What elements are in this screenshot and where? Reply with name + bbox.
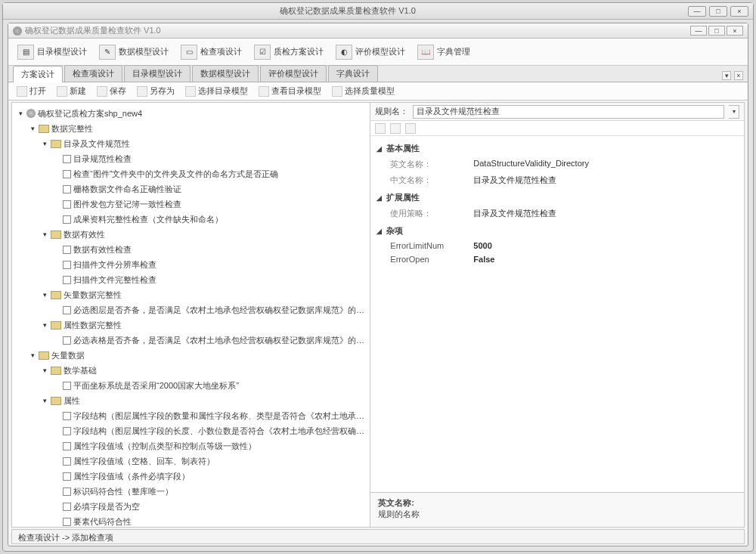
tree-toggle-icon[interactable] bbox=[53, 503, 60, 510]
prop-group-header[interactable]: ◢基本属性 bbox=[376, 141, 738, 156]
tree-row[interactable]: 字段结构（图层属性字段的长度、小数位数是否符合《农村土地承包经营权确… bbox=[53, 423, 368, 438]
tree-toggle-icon[interactable] bbox=[53, 336, 60, 344]
tree-toggle-icon[interactable] bbox=[53, 246, 60, 253]
outer-max-button[interactable]: □ bbox=[709, 6, 727, 17]
tree-toggle-icon[interactable]: ▾ bbox=[41, 291, 48, 299]
tree-row[interactable]: ▾数据完整性 bbox=[29, 121, 368, 136]
tree-row[interactable]: 扫描件文件分辨率检查 bbox=[53, 257, 368, 272]
tree-checkbox[interactable] bbox=[63, 246, 71, 254]
tree-checkbox[interactable] bbox=[63, 442, 71, 450]
tree-toggle-icon[interactable]: ▾ bbox=[41, 397, 48, 404]
tree-toggle-icon[interactable]: ▾ bbox=[41, 140, 48, 147]
tree-checkbox[interactable] bbox=[63, 427, 71, 435]
tree-checkbox[interactable] bbox=[63, 412, 71, 420]
toolbar-dict-mgmt[interactable]: 📖字典管理 bbox=[414, 43, 473, 61]
tab-dir-model[interactable]: 目录模型设计 bbox=[124, 65, 191, 82]
tab-eval-model[interactable]: 评价模型设计 bbox=[260, 65, 327, 82]
tree-checkbox[interactable] bbox=[63, 276, 71, 284]
toolbar-dir-model[interactable]: ▤目录模型设计 bbox=[14, 43, 90, 61]
inner-min-button[interactable]: — bbox=[690, 26, 707, 36]
tree-row[interactable]: 属性字段值域（空格、回车、制表符） bbox=[53, 453, 368, 469]
sub-new[interactable]: 新建 bbox=[53, 84, 90, 98]
toolbar-eval-model[interactable]: ◐评价模型设计 bbox=[333, 43, 408, 61]
tree-pane[interactable]: ▾确权登记质检方案shp_new4▾数据完整性▾目录及文件规范性目录规范性检查检… bbox=[12, 103, 370, 527]
tree-toggle-icon[interactable]: ▾ bbox=[17, 110, 24, 117]
tree-checkbox[interactable] bbox=[63, 487, 71, 496]
tree-toggle-icon[interactable] bbox=[53, 306, 60, 314]
sub-select-dir-model[interactable]: 选择目录模型 bbox=[181, 84, 252, 98]
tree-toggle-icon[interactable] bbox=[53, 457, 60, 465]
sub-select-quality-model[interactable]: 选择质量模型 bbox=[328, 84, 398, 98]
prop-sort-icon[interactable] bbox=[390, 123, 401, 134]
tree-row[interactable]: ▾属性 bbox=[41, 393, 368, 408]
tree-row[interactable]: 属性字段值域（条件必填字段） bbox=[53, 469, 368, 484]
tree-checkbox[interactable] bbox=[63, 336, 71, 345]
tree-row[interactable]: 成果资料完整性检查（文件缺失和命名） bbox=[53, 212, 368, 227]
tree-toggle-icon[interactable] bbox=[53, 276, 60, 283]
tree-toggle-icon[interactable]: ▾ bbox=[41, 231, 48, 238]
rule-name-dropdown-icon[interactable]: ▾ bbox=[729, 105, 739, 119]
tree-row[interactable]: 检查“图件”文件夹中的文件夹及文件的命名方式是否正确 bbox=[53, 166, 368, 181]
prop-group-header[interactable]: ◢扩展属性 bbox=[376, 190, 738, 206]
tree-row[interactable]: ▾矢量数据完整性 bbox=[41, 287, 368, 302]
rule-name-input[interactable] bbox=[413, 105, 724, 119]
tree-row[interactable]: ▾属性数据完整性 bbox=[41, 317, 368, 333]
tree-row[interactable]: 平面坐标系统是否采用“2000国家大地坐标系” bbox=[53, 378, 368, 393]
tree-toggle-icon[interactable] bbox=[53, 382, 60, 389]
tab-close-icon[interactable]: × bbox=[734, 71, 743, 80]
tree-checkbox[interactable] bbox=[63, 170, 71, 178]
tab-plan-design[interactable]: 方案设计 bbox=[13, 66, 63, 82]
outer-titlebar[interactable]: 确权登记数据成果质量检查软件 V1.0 — □ × bbox=[3, 3, 753, 20]
tree-toggle-icon[interactable] bbox=[53, 170, 60, 178]
tree-row[interactable]: 要素代码符合性 bbox=[53, 514, 368, 527]
prop-pages-icon[interactable] bbox=[405, 123, 416, 134]
tree-row[interactable]: 标识码符合性（整库唯一） bbox=[53, 484, 368, 499]
tab-data-model[interactable]: 数据模型设计 bbox=[192, 65, 259, 82]
tree-checkbox[interactable] bbox=[63, 382, 71, 390]
tab-check-item[interactable]: 检查项设计 bbox=[64, 65, 122, 82]
tree-row[interactable]: 图件发包方登记簿一致性检查 bbox=[53, 197, 368, 212]
prop-row[interactable]: ErrorOpenFalse bbox=[376, 252, 738, 266]
tree-toggle-icon[interactable]: ▾ bbox=[29, 125, 36, 132]
tree-toggle-icon[interactable]: ▾ bbox=[41, 321, 48, 329]
prop-row[interactable]: 英文名称：DataStructureValidity_Directory bbox=[376, 156, 738, 172]
tree-checkbox[interactable] bbox=[63, 185, 71, 193]
tree-row[interactable]: 数据有效性检查 bbox=[53, 242, 368, 257]
tree-checkbox[interactable] bbox=[63, 503, 71, 511]
tree-row[interactable]: 目录规范性检查 bbox=[53, 151, 368, 166]
tree-row[interactable]: ▾矢量数据 bbox=[29, 348, 368, 363]
tab-dict-design[interactable]: 字典设计 bbox=[328, 65, 378, 82]
tree-row[interactable]: 字段结构（图层属性字段的数量和属性字段名称、类型是否符合《农村土地承… bbox=[53, 408, 368, 423]
tree-checkbox[interactable] bbox=[63, 261, 71, 269]
sub-save-as[interactable]: 另存为 bbox=[133, 84, 178, 98]
sub-open[interactable]: 打开 bbox=[13, 84, 50, 98]
prop-group-header[interactable]: ◢杂项 bbox=[376, 223, 738, 239]
tree-row[interactable]: 必选表格是否齐备，是否满足《农村土地承包经营权确权登记数据库规范》的… bbox=[53, 333, 368, 348]
tab-dropdown-icon[interactable]: ▾ bbox=[722, 71, 731, 80]
tree-toggle-icon[interactable] bbox=[53, 442, 60, 450]
inner-titlebar[interactable]: 确权登记数据成果质量检查软件 V1.0 — □ × bbox=[8, 23, 748, 39]
toolbar-qc-plan[interactable]: ☑质检方案设计 bbox=[251, 43, 327, 61]
tree-toggle-icon[interactable] bbox=[53, 427, 60, 435]
tree-row[interactable]: 必填字段是否为空 bbox=[53, 499, 368, 514]
sub-view-dir-model[interactable]: 查看目录模型 bbox=[255, 84, 325, 98]
tree-checkbox[interactable] bbox=[63, 215, 71, 224]
tree-row[interactable]: 扫描件文件完整性检查 bbox=[53, 272, 368, 287]
tree-toggle-icon[interactable] bbox=[53, 472, 60, 480]
outer-close-button[interactable]: × bbox=[730, 6, 748, 17]
sub-save[interactable]: 保存 bbox=[93, 84, 130, 98]
tree-checkbox[interactable] bbox=[63, 457, 71, 466]
prop-row[interactable]: 使用策略：目录及文件规范性检查 bbox=[376, 206, 738, 221]
tree-row[interactable]: 必选图层是否齐备，是否满足《农村土地承包经营权确权登记数据库规范》的… bbox=[53, 302, 368, 317]
prop-categorize-icon[interactable] bbox=[375, 123, 386, 134]
tree-checkbox[interactable] bbox=[63, 306, 71, 314]
outer-min-button[interactable]: — bbox=[688, 6, 706, 17]
tree-checkbox[interactable] bbox=[63, 472, 71, 481]
tree-toggle-icon[interactable] bbox=[53, 487, 60, 495]
prop-row[interactable]: ErrorLimitNum5000 bbox=[376, 239, 738, 252]
tree-row[interactable]: ▾数据有效性 bbox=[41, 227, 368, 242]
tree-toggle-icon[interactable] bbox=[53, 215, 60, 223]
tree-checkbox[interactable] bbox=[63, 200, 71, 209]
tree-toggle-icon[interactable]: ▾ bbox=[29, 351, 36, 359]
tree-row[interactable]: ▾确权登记质检方案shp_new4 bbox=[17, 106, 368, 121]
